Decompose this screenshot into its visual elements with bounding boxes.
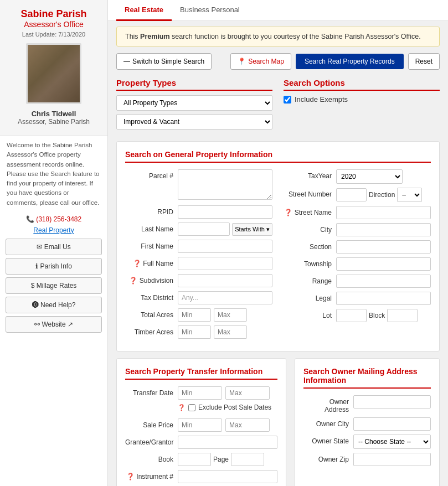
instrument-input[interactable] <box>178 470 277 483</box>
assessor-name: Chris Tidwell <box>6 110 102 118</box>
starts-with-button[interactable]: Starts With ▾ <box>232 223 272 236</box>
owner-state-select[interactable]: -- Choose State -- <box>353 435 431 449</box>
last-name-input[interactable] <box>178 223 230 236</box>
tax-district-input[interactable] <box>178 291 272 304</box>
include-exempts-label[interactable]: Include Exempts <box>284 95 440 104</box>
transfer-date-min[interactable] <box>178 386 222 400</box>
owner-zip-label: Owner Zip <box>303 453 353 463</box>
owner-address-row: Owner Address <box>303 395 431 413</box>
city-input-wrap <box>336 223 431 236</box>
instrument-input-wrap <box>178 470 277 483</box>
address-section: Search Owner Mailing Address Information… <box>295 358 440 486</box>
direction-label: Direction <box>369 191 395 199</box>
range-label: Range <box>284 275 336 285</box>
street-number-input-wrap: Direction – <box>336 188 431 202</box>
sidebar-real-property-link[interactable]: Real Property <box>0 226 107 234</box>
tabs-bar: Real Estate Business Personal <box>108 0 448 21</box>
exclude-post-sale-row: ❓ Exclude Post Sale Dates <box>125 404 277 415</box>
tax-year-label: TaxYear <box>284 169 336 180</box>
transfer-date-input-wrap <box>178 386 277 400</box>
lot-input[interactable] <box>336 309 367 322</box>
subdivision-input-wrap <box>178 274 272 287</box>
instrument-help-icon[interactable]: ❓ <box>126 473 136 480</box>
grantee-grantor-input[interactable] <box>178 436 277 449</box>
full-name-help-icon[interactable]: ❓ <box>133 260 143 267</box>
legal-input[interactable] <box>336 292 431 305</box>
sidebar-subtitle: Assessor's Office <box>6 20 102 29</box>
full-name-input[interactable] <box>178 257 272 270</box>
first-name-input[interactable] <box>178 240 272 253</box>
page-label: Page <box>213 456 229 463</box>
subdivision-label: ❓ Subdivision <box>125 274 178 285</box>
reset-button[interactable]: Reset <box>408 53 440 70</box>
general-search-section: Search on General Property Information P… <box>116 141 440 351</box>
direction-select[interactable]: – <box>397 188 422 202</box>
tab-real-estate[interactable]: Real Estate <box>116 0 172 21</box>
property-type-dropdown1[interactable]: All Property Types <box>116 95 272 111</box>
parcel-input[interactable] <box>178 169 272 200</box>
tax-district-label: Tax District <box>125 291 178 302</box>
township-label: Township <box>284 257 336 268</box>
tax-district-row: Tax District <box>125 291 272 304</box>
owner-zip-input-wrap <box>353 453 431 466</box>
book-label: Book <box>125 453 178 463</box>
street-name-input[interactable] <box>336 206 431 219</box>
sale-price-input-wrap <box>178 418 277 432</box>
street-number-row: Street Number Direction – <box>284 188 431 202</box>
section-input[interactable] <box>336 240 431 254</box>
street-name-label: ❓ Street Name <box>284 206 336 216</box>
page-input[interactable] <box>231 453 264 466</box>
millage-rates-button[interactable]: $ Millage Rates <box>6 277 102 294</box>
parish-info-button[interactable]: ℹ Parish Info <box>6 258 102 275</box>
full-name-input-wrap <box>178 257 272 270</box>
sidebar-phone: 📞 (318) 256-3482 <box>0 215 107 223</box>
block-input[interactable] <box>387 309 418 322</box>
email-button[interactable]: ✉ Email Us <box>6 239 102 255</box>
rpid-label: RPID <box>125 205 178 216</box>
total-acres-max[interactable] <box>214 308 247 322</box>
include-exempts-text: Include Exempts <box>295 95 348 104</box>
tab-business-personal[interactable]: Business Personal <box>172 0 248 21</box>
search-records-button[interactable]: Search Real Property Records <box>296 54 404 69</box>
transfer-date-max[interactable] <box>225 386 270 400</box>
legal-row: Legal <box>284 292 431 305</box>
lot-input-wrap: Block <box>336 309 431 322</box>
transfer-date-row: Transfer Date <box>125 386 277 400</box>
toolbar: — Switch to Simple Search 📍 Search Map S… <box>116 53 440 70</box>
city-input[interactable] <box>336 223 431 236</box>
sale-price-min[interactable] <box>178 418 222 432</box>
exclude-post-sale-checkbox[interactable] <box>188 404 195 411</box>
total-acres-input-wrap <box>178 308 272 322</box>
range-input[interactable] <box>336 275 431 288</box>
street-number-input[interactable] <box>336 188 367 201</box>
fields-right: TaxYear 2020 Street Number <box>284 169 431 343</box>
rpid-input-wrap <box>178 205 272 219</box>
fields-left: Parcel # RPID Last Name <box>125 169 272 343</box>
rpid-input[interactable] <box>178 205 272 219</box>
switch-icon: — <box>123 58 130 65</box>
book-row: Book Page <box>125 453 277 466</box>
owner-city-input[interactable] <box>353 417 431 431</box>
property-type-dropdown2[interactable]: Improved & Vacant <box>116 114 272 130</box>
book-input[interactable] <box>178 453 211 466</box>
website-button[interactable]: ⚯ Website ↗ <box>6 316 102 333</box>
timber-acres-min[interactable] <box>178 325 211 339</box>
township-input[interactable] <box>336 257 431 271</box>
sale-price-max[interactable] <box>225 418 270 432</box>
parcel-row: Parcel # <box>125 169 272 201</box>
exclude-post-sale-wrap: ❓ Exclude Post Sale Dates <box>178 404 277 415</box>
switch-simple-button[interactable]: — Switch to Simple Search <box>116 53 212 70</box>
street-name-help-icon[interactable]: ❓ <box>284 209 294 216</box>
block-label: Block <box>369 312 385 319</box>
tax-year-select[interactable]: 2020 <box>336 169 403 184</box>
timber-acres-max[interactable] <box>214 325 247 339</box>
need-help-button[interactable]: ⓿ Need Help? <box>6 297 102 313</box>
exclude-help-icon[interactable]: ❓ <box>178 404 186 411</box>
subdivision-input[interactable] <box>178 274 272 287</box>
subdivision-help-icon[interactable]: ❓ <box>129 277 139 285</box>
total-acres-min[interactable] <box>178 308 211 322</box>
include-exempts-checkbox[interactable] <box>284 96 291 104</box>
owner-zip-input[interactable] <box>353 453 431 466</box>
owner-address-input[interactable] <box>353 395 431 409</box>
search-map-button[interactable]: 📍 Search Map <box>230 53 291 70</box>
